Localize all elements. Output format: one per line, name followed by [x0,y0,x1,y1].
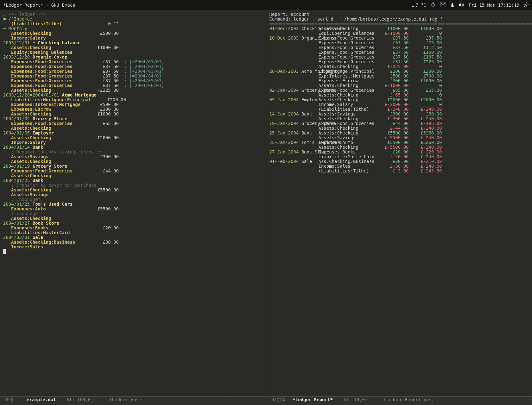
report-line: Liabilitie:MasterCard£-20.00£-240.00 [269,154,529,159]
source-line: Expenses:Food:Groceries£65.00 [3,121,263,126]
source-line: ; -*- ledger -*- [3,12,263,17]
source-line: Assets:Checking-£1000.00 [3,112,263,116]
modeline-mode: (Ledger Report yas) [383,397,434,402]
source-line: 2004/01/27 Book Store [3,221,263,226]
source-line: ~ Monthly [3,26,263,31]
source-line: 2004/01/25 Tom's Used Cars [3,202,263,207]
source-line: Assets:Checking [3,216,263,221]
source-line: (Liabilities:Tithe)0.12 [3,22,263,26]
modeline-position: All (4,0) [344,397,368,402]
modeline-filename: example.dat [27,397,56,402]
source-line: Assets:Checking£2000.00 [3,135,263,140]
modeline-mode: (Ledger yas) [109,397,141,402]
report-line: Expens:Food:Groceries£37.50£187.50 [269,55,529,59]
report-line: 01-Dec-2003 Checking balanceAssets:Check… [269,26,529,31]
report-line: 02-Jan-2004 Grocery StoreExpens:Food:Gro… [269,88,529,93]
top-panel: *Ledger Report* - GNU Emacs ☁ 7 °C Fri 1… [0,0,532,10]
report-line: 19-Jan-2004 Grocery StoreExpens:Food:Gro… [269,121,529,126]
report-line: Assets:Checking£-225.000 [269,64,529,69]
report-line: Expens:Food:Groceries£37.50£225.00 [269,59,529,64]
source-line: Expenses:Interest:Mortgage£500.00 [3,102,263,107]
report-line: 01-Feb-2004 SaleAss:Checking:Business£30… [269,159,529,164]
report-line: 14-Jan-2004 BankAssets:Savings£300.00£60… [269,112,529,116]
source-line: = /^Income/ [3,17,263,22]
source-line: 2004/01/19 Grocery Store [3,164,263,169]
source-line: Expenses:Books£20.00 [3,226,263,230]
modeline-dashes: ----------------------------------------… [141,397,266,402]
source-line: ; :nobudget: [3,197,263,202]
report-line: 28-Dec-2003 Acme MortgageLi:Mortgage:Pri… [269,69,529,74]
settings-icon[interactable] [524,2,529,8]
source-line: Equity:Opening Balances [3,50,263,55]
report-line: 27-Jan-2004 Book StoreExpenses:Books£20.… [269,150,529,154]
source-line: ; Transfer to cover car purchase [3,183,263,188]
source-line: Assets:Savings£300.00 [3,154,263,159]
emacs-frame: ; -*- ledger -*-= /^Income/(Liabilities:… [0,10,532,405]
window-title: *Ledger Report* - GNU Emacs [3,3,75,8]
source-line: Assets:Checking [3,173,263,178]
source-line: Assets:Checking:Business£30.00 [3,240,263,245]
source-line: 2003/12/20 Organic Co-op [3,55,263,59]
mail-icon[interactable] [440,3,446,8]
source-line [3,249,263,254]
source-line: Assets:Checking [3,159,263,164]
modeline-dashes: ----------------------------------------… [434,397,532,402]
source-line: Income:Salary [3,36,263,40]
source-line: Assets:Checking [3,126,263,131]
source-line: Expenses:Auto£5500.00 [3,207,263,211]
weather-widget[interactable]: ☁ 7 °C [412,3,426,8]
report-line: 25-Jan-2004 Tom's Used CarsExpenses:Auto… [269,140,529,145]
source-line: Expenses:Food:Groceries£37.50 ; [=2004/0… [3,64,263,69]
report-line: Assets:Checking£-300.00£-240.00 [269,116,529,121]
cloud-icon: ☁ [412,3,414,8]
source-line: 2004/02/01 Sale [3,235,263,240]
report-line: Assets:Checking£-44.00£-240.00 [269,126,529,131]
report-line: (Liabilities:Tithe)£-240.00£-240.00 [269,107,529,112]
report-line: Income:Sales£-30.00£-240.00 [269,164,529,169]
report-line: Income:Salary£-2000.000 [269,102,529,107]
source-line: 2003/12/28=2004/01/01 Acme Mortgage [3,93,263,97]
network-icon[interactable] [450,3,455,8]
source-line: Income:Sales [3,245,263,249]
report-line: Assets:Checking£-1000.000 [269,83,529,88]
source-line: Expenses:Food:Groceries£37.50 ; [=2004/0… [3,78,263,83]
report-line: ========================================… [269,22,529,26]
source-line: Expenses:Food:Groceries£37.50 ; [=2004/0… [3,59,263,64]
source-line: Assets:Checking£500.00 [3,31,263,36]
source-line: Expenses:Food:Groceries£37.50 ; [=2004/0… [3,83,263,88]
ledger-report-buffer[interactable]: Report: accountCommand: ledger --sort d … [266,10,532,405]
clock-text: Fri 15 Mar 17:11:19 [469,3,519,8]
modeline-left[interactable]: -U:@--- example.dat All (64,0) (Ledger y… [0,396,266,405]
source-line: Expenses:Escrow£300.00 [3,107,263,112]
source-line: Assets:Checking£5500.00 [3,188,263,192]
report-line: Equi:Opening Balances£-1000.000 [269,31,529,36]
report-line: (Liabilities:Tithe)£-3.60£-243.60 [269,169,529,173]
source-line: Assets:Savings [3,192,263,197]
refresh-icon[interactable] [431,2,436,8]
source-line: 2004/01/25 Bank [3,178,263,183]
source-line: 2004/01/14 Bank [3,145,263,150]
source-line: 2003/12/01 * Checking balance [3,40,263,45]
source-line: ; Regular monthly savings transfer [3,150,263,154]
svg-point-0 [525,4,527,6]
cursor [3,249,6,254]
source-line: Liabilities:Mortgage:Principal£200.00 [3,97,263,102]
volume-icon[interactable] [459,3,464,8]
source-line: 2004/01/02 Grocery Store [3,116,263,121]
system-tray: ☁ 7 °C Fri 15 Mar 17:11:19 [412,2,529,8]
source-line: Expenses:Food:Groceries£44.00 [3,169,263,173]
modeline-flags: -U:@%%- [269,397,288,402]
modeline-position: All (64,0) [66,397,93,402]
report-line: 20-Dec-2003 Organic Co-opExpens:Food:Gro… [269,36,529,40]
source-line: Assets:Checking-£225.00 [3,88,263,93]
source-line: Income:Salary [3,140,263,145]
report-line: Exp:Interest:Mortgage£500.00£700.00 [269,74,529,78]
ledger-source-buffer[interactable]: ; -*- ledger -*-= /^Income/(Liabilities:… [0,10,266,405]
report-line: Expens:Food:Groceries£37.50£150.00 [269,50,529,55]
report-line: Expens:Food:Groceries£37.50£112.50 [269,45,529,50]
report-line: Assets:Savings£-5500.00£-240.00 [269,135,529,140]
source-line: Expenses:Food:Groceries£37.50 ; [=2004/0… [3,74,263,78]
modeline-right[interactable]: -U:@%%- *Ledger Report* All (4,0) (Ledge… [266,396,532,405]
modeline-flags: -U:@--- [3,397,21,402]
report-line: 05-Jan-2004 EmployerAssets:Checking£2000… [269,97,529,102]
